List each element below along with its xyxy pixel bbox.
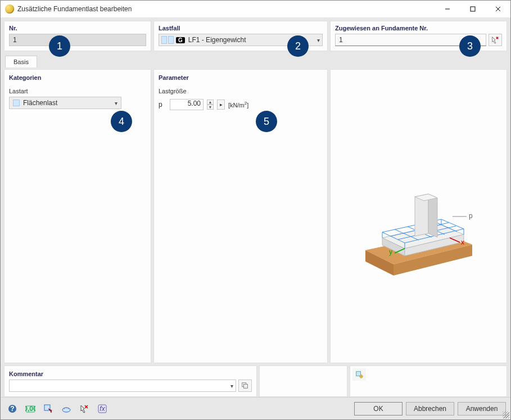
function-button[interactable]: fx (95, 402, 110, 416)
resize-grip[interactable] (503, 412, 509, 418)
group-lastfall: Lastfall G LF1 - Eigengewicht ▾ (153, 21, 328, 51)
ok-button[interactable]: OK (354, 402, 403, 416)
comment-title: Kommentar (9, 371, 252, 377)
preview-settings-button[interactable] (352, 368, 366, 381)
title-bar: Zusätzliche Fundamentlast bearbeiten (1, 1, 510, 17)
lastart-value: Flächenlast (23, 99, 112, 107)
window-title: Zusätzliche Fundamentlast bearbeiten (17, 5, 435, 13)
pick-in-graphic-button[interactable] (41, 402, 56, 416)
panel-preview: y x p (330, 69, 507, 363)
comment-library-button[interactable] (238, 380, 252, 392)
svg-rect-1 (471, 7, 475, 11)
param-value-input[interactable]: 5.00 (170, 99, 204, 110)
group-assigned: Zugewiesen an Fundamente Nr. 1 (330, 21, 507, 51)
categories-title: Kategorien (9, 74, 146, 81)
loadcase-badge: G (176, 37, 185, 43)
svg-point-41 (62, 408, 70, 412)
show-in-graphic-button[interactable] (59, 402, 74, 416)
maximize-button[interactable] (460, 1, 485, 17)
group-nr: Nr. 1 (4, 21, 151, 51)
help-button[interactable]: ? (5, 402, 20, 416)
lastfall-combo[interactable]: G LF1 - Eigengewicht ▾ (159, 34, 323, 46)
svg-marker-24 (428, 194, 437, 237)
chevron-down-icon: ▾ (230, 383, 233, 389)
chevron-down-icon: ▾ (317, 37, 320, 43)
svg-text:x: x (461, 238, 464, 246)
tab-basis[interactable]: Basis (5, 56, 37, 67)
svg-text:?: ? (10, 405, 14, 413)
param-apply-arrow[interactable]: ▸ (217, 100, 225, 110)
tabs: Basis (4, 53, 507, 67)
footer: ? 0,00 fx OK Abbrechen Anwenden (1, 397, 510, 419)
param-symbol: p (159, 101, 166, 109)
svg-text:y: y (389, 248, 392, 256)
lastart-combo[interactable]: Flächenlast ▾ (9, 97, 121, 109)
lastfall-label: Lastfall (159, 25, 323, 31)
assigned-input[interactable]: 1 (335, 34, 486, 46)
nr-label: Nr. (9, 25, 146, 31)
loadtype-swatch-icon (13, 100, 20, 106)
chevron-down-icon: ▾ (115, 100, 117, 106)
param-spinner[interactable]: ▲▼ (207, 100, 214, 110)
pick-foundation-button[interactable] (489, 34, 502, 46)
lastart-label: Lastart (9, 88, 146, 94)
cancel-button[interactable]: Abbrechen (406, 402, 454, 416)
svg-text:fx: fx (100, 405, 105, 413)
preview-illustration: y x p (354, 171, 483, 284)
assigned-label: Zugewiesen an Fundamente Nr. (335, 25, 502, 31)
parameter-title: Parameter (159, 74, 323, 81)
param-unit: [kN/m2] (228, 101, 248, 109)
panel-spacer (259, 365, 347, 397)
panel-categories: Kategorien Lastart Flächenlast ▾ (4, 69, 151, 363)
close-button[interactable] (485, 1, 510, 17)
svg-text:0,00: 0,00 (25, 405, 35, 413)
panel-parameter: Parameter Lastgröße p 5.00 ▲▼ ▸ [kN/m2] (153, 69, 328, 363)
delete-selection-button[interactable] (77, 402, 92, 416)
units-button[interactable]: 0,00 (23, 402, 38, 416)
svg-rect-33 (243, 384, 247, 388)
apply-button[interactable]: Anwenden (458, 402, 506, 416)
lastfall-value: LF1 - Eigengewicht (188, 36, 315, 44)
minimize-button[interactable] (435, 1, 460, 17)
comment-combo[interactable]: ▾ (9, 380, 236, 392)
panel-preview-controls (350, 365, 507, 397)
nr-input[interactable]: 1 (9, 34, 146, 46)
svg-text:p: p (469, 212, 473, 220)
lastgroesse-label: Lastgröße (159, 88, 323, 94)
panel-comment: Kommentar ▾ (4, 365, 257, 397)
app-icon (5, 4, 14, 13)
